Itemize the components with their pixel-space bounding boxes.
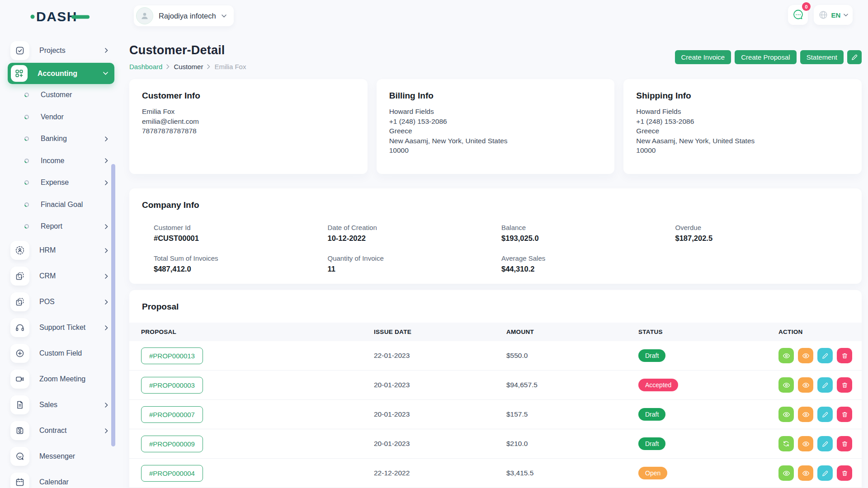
view-button[interactable] xyxy=(778,377,794,393)
billing-address: New Aasamj, New York, United States xyxy=(389,136,602,146)
proposal-id-button[interactable]: #PROP000009 xyxy=(141,436,203,452)
eye-icon xyxy=(802,469,810,477)
sidebar-scrollbar[interactable] xyxy=(111,164,115,446)
view-button[interactable] xyxy=(778,407,794,422)
sidebar-item-projects[interactable]: Projects xyxy=(8,38,114,63)
status-badge: Draft xyxy=(638,437,665,450)
info-cards-row: Customer Info Emilia Fox emilia@client.c… xyxy=(129,79,862,174)
status-badge: Accepted xyxy=(638,379,678,391)
trash-icon xyxy=(841,441,848,447)
row-actions xyxy=(778,377,862,393)
pencil-icon xyxy=(851,54,858,61)
field-quantity-of-invoice: Quantity of Invoice 11 xyxy=(328,254,502,273)
company-selector[interactable]: Rajodiya infotech xyxy=(134,5,234,26)
sidebar-item-customer[interactable]: Customer xyxy=(8,84,114,106)
edit-button[interactable] xyxy=(817,377,833,393)
company-info-card: Company Info Customer Id #CUST00001 Date… xyxy=(129,188,862,284)
preview-button[interactable] xyxy=(798,407,813,422)
bullet-icon xyxy=(24,224,29,229)
sidebar-item-financial-goal[interactable]: Finacial Goal xyxy=(8,194,114,216)
language-selector[interactable]: EN xyxy=(814,5,853,25)
sidebar-item-expense[interactable]: Expense xyxy=(8,172,114,194)
sidebar-item-support-ticket[interactable]: Support Ticket xyxy=(8,315,114,341)
proposal-title: Proposal xyxy=(129,302,862,312)
messages-button[interactable]: 0 xyxy=(788,5,808,25)
language-code: EN xyxy=(831,11,841,19)
preview-button[interactable] xyxy=(798,348,813,363)
preview-button[interactable] xyxy=(798,377,813,393)
chevron-right-icon xyxy=(105,180,108,185)
pencil-icon xyxy=(822,470,829,477)
proposal-id-button[interactable]: #PROP000003 xyxy=(141,377,203,394)
amount: $157.5 xyxy=(506,410,638,418)
sidebar-item-accounting[interactable]: Accounting xyxy=(8,63,114,84)
table-row: #PROP000004 22-12-2022 $3,415.5 Open xyxy=(129,459,862,488)
chevron-right-icon xyxy=(105,300,108,305)
edit-button[interactable] xyxy=(817,465,833,481)
delete-button[interactable] xyxy=(837,465,852,481)
bullet-icon xyxy=(24,92,29,98)
sidebar-item-sales[interactable]: Sales xyxy=(8,392,114,418)
chevron-right-icon xyxy=(105,403,108,408)
sidebar-item-income[interactable]: Income xyxy=(8,150,114,172)
delete-button[interactable] xyxy=(837,407,852,422)
sidebar-item-calendar[interactable]: Calendar xyxy=(8,469,114,488)
col-action: ACTION xyxy=(778,328,862,335)
sidebar-item-report[interactable]: Report xyxy=(8,216,114,238)
issue-date: 22-01-2023 xyxy=(374,352,506,360)
trash-icon xyxy=(841,382,848,389)
proposal-id-button[interactable]: #PROP000013 xyxy=(141,347,203,364)
sidebar-item-zoom-meeting[interactable]: Zoom Meeting xyxy=(8,366,114,392)
issue-date: 22-12-2022 xyxy=(374,469,506,477)
view-button[interactable] xyxy=(778,465,794,481)
sidebar-item-pos[interactable]: POS xyxy=(8,289,114,315)
issue-date: 20-01-2023 xyxy=(374,440,506,448)
crm-icon xyxy=(10,267,29,286)
edit-button[interactable] xyxy=(817,436,833,451)
delete-button[interactable] xyxy=(837,377,852,393)
sidebar-item-vendor[interactable]: Vendor xyxy=(8,106,114,128)
edit-customer-button[interactable] xyxy=(847,50,862,64)
preview-button[interactable] xyxy=(798,465,813,481)
bullet-icon xyxy=(24,136,29,141)
edit-button[interactable] xyxy=(817,348,833,363)
pencil-icon xyxy=(822,352,829,359)
sidebar-item-messenger[interactable]: Messenger xyxy=(8,444,114,469)
convert-button[interactable] xyxy=(778,436,794,451)
chevron-right-icon xyxy=(105,136,108,141)
amount: $3,415.5 xyxy=(506,469,638,477)
company-name: Rajodiya infotech xyxy=(159,12,216,20)
user-icon xyxy=(140,11,150,21)
customer-info-card: Customer Info Emilia Fox emilia@client.c… xyxy=(129,79,368,174)
view-button[interactable] xyxy=(778,348,794,363)
breadcrumb-dashboard[interactable]: Dashboard xyxy=(129,63,162,70)
preview-button[interactable] xyxy=(798,436,813,451)
sidebar-item-crm[interactable]: CRM xyxy=(8,263,114,289)
sidebar-item-custom-field[interactable]: Custom Field xyxy=(8,341,114,366)
chevron-right-icon xyxy=(105,248,108,253)
pos-icon xyxy=(10,292,29,311)
eye-icon xyxy=(802,352,810,360)
create-invoice-button[interactable]: Create Invoice xyxy=(675,50,731,64)
pencil-icon xyxy=(822,441,829,447)
main-content: Customer-Detail Dashboard Customer Emili… xyxy=(129,39,862,70)
sidebar-item-banking[interactable]: Banking xyxy=(8,128,114,150)
create-proposal-button[interactable]: Create Proposal xyxy=(735,50,796,64)
edit-button[interactable] xyxy=(817,407,833,422)
sidebar-item-hrm[interactable]: HRM xyxy=(8,238,114,263)
delete-button[interactable] xyxy=(837,436,852,451)
chat-bubble-icon xyxy=(10,447,29,466)
trash-icon xyxy=(841,411,848,418)
proposal-id-button[interactable]: #PROP000007 xyxy=(141,406,203,423)
breadcrumb-customer[interactable]: Customer xyxy=(174,63,203,70)
chevron-right-icon xyxy=(207,64,210,69)
eye-icon xyxy=(802,381,810,389)
sidebar-item-contract[interactable]: Contract xyxy=(8,418,114,444)
status-badge: Draft xyxy=(638,408,665,421)
chevron-right-icon xyxy=(166,64,170,69)
proposal-id-button[interactable]: #PROP000004 xyxy=(141,465,203,482)
delete-button[interactable] xyxy=(837,348,852,363)
bullet-icon xyxy=(24,158,29,164)
statement-button[interactable]: Statement xyxy=(800,50,844,64)
eye-icon xyxy=(783,352,790,360)
